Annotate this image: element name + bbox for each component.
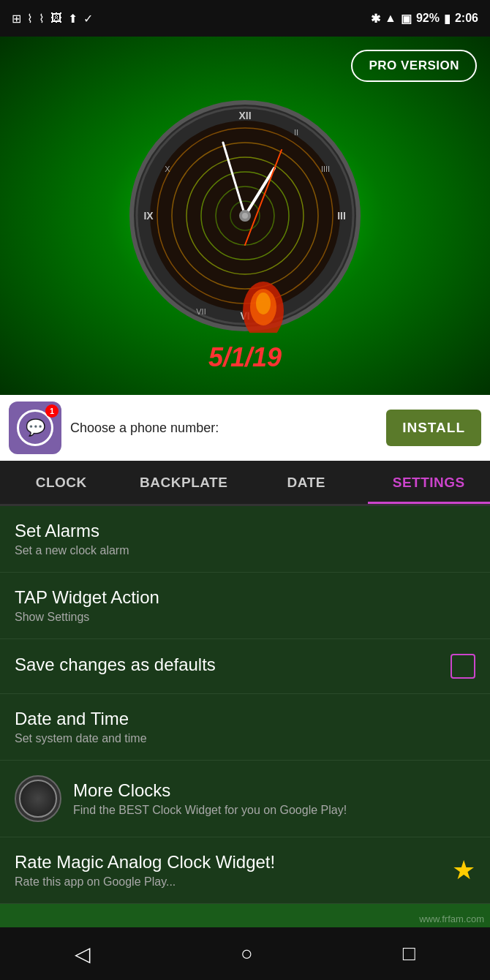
bottom-nav: ◁ ○ □ [0,927,490,980]
clock-preview: PRO VERSION XII III VI IX II IIII VII X [0,37,490,395]
svg-text:IIII: IIII [321,165,330,173]
rate-title: Rate Magic Analog Clock Widget! [15,852,275,872]
watermark: www.frfam.com [419,913,484,924]
svg-text:X: X [165,165,170,173]
clock-face: XII III VI IX II IIII VII X [128,99,362,333]
ad-logo: 💬 1 [9,402,61,454]
ad-banner[interactable]: 💬 1 Choose a phone number: INSTALL [0,395,490,461]
rate-subtitle: Rate this app on Google Play... [15,875,275,889]
clock-time: 2:06 [455,12,478,25]
alarms-title: Set Alarms [15,521,129,541]
settings-item-save-defaults[interactable]: Save changes as defaults [0,639,490,694]
install-button[interactable]: INSTALL [386,410,481,446]
signal-icon: ▣ [401,12,412,26]
tab-date[interactable]: DATE [245,461,368,504]
datetime-title: Date and Time [15,709,147,729]
svg-text:VII: VII [196,307,206,316]
alarms-subtitle: Set a new clock alarm [15,544,129,557]
ad-text: Choose a phone number: [70,421,377,436]
status-right-info: ✱ ▲ ▣ 92% ▮ 2:06 [371,12,478,26]
more-clocks-title: More Clocks [73,780,347,801]
home-button[interactable]: ○ [241,942,253,965]
more-clocks-subtitle: Find the BEST Clock Widget for you on Go… [73,804,347,817]
icon-check: ✓ [83,12,93,26]
svg-text:IX: IX [143,210,154,222]
pro-version-button[interactable]: PRO VERSION [351,50,477,82]
tab-clock[interactable]: CLOCK [0,461,123,504]
svg-point-24 [256,293,271,314]
svg-text:III: III [337,210,346,222]
bluetooth-icon: ✱ [371,12,380,26]
tap-subtitle: Show Settings [15,611,159,624]
settings-item-datetime[interactable]: Date and Time Set system date and time [0,694,490,761]
tap-title: TAP Widget Action [15,587,159,608]
icon-grid: ⊞ [12,12,21,26]
rate-star-icon: ★ [452,855,475,886]
tab-backplate[interactable]: BACKPLATE [123,461,246,504]
svg-text:II: II [294,128,298,137]
recent-apps-button[interactable]: □ [403,942,415,965]
settings-list: Set Alarms Set a new clock alarm TAP Wid… [0,506,490,904]
date-display: 5/1/19 [208,342,282,373]
status-bar: ⊞ ⌇ ⌇ 🖼 ⬆ ✓ ✱ ▲ ▣ 92% ▮ 2:06 [0,0,490,37]
battery-percent: 92% [416,12,440,25]
icon-upload: ⬆ [68,12,78,26]
icon-chart1: ⌇ [27,12,33,26]
wifi-icon: ▲ [385,12,396,25]
status-left-icons: ⊞ ⌇ ⌇ 🖼 ⬆ ✓ [12,12,93,26]
settings-item-tap[interactable]: TAP Widget Action Show Settings [0,573,490,639]
icon-image: 🖼 [50,12,62,25]
back-button[interactable]: ◁ [75,942,91,966]
ad-logo-icon: 💬 [26,418,45,437]
icon-chart2: ⌇ [39,12,45,26]
tab-bar: CLOCK BACKPLATE DATE SETTINGS [0,461,490,506]
battery-icon: ▮ [444,12,451,26]
settings-item-alarms[interactable]: Set Alarms Set a new clock alarm [0,506,490,573]
settings-item-rate[interactable]: Rate Magic Analog Clock Widget! Rate thi… [0,837,490,904]
save-defaults-checkbox[interactable] [451,654,475,679]
svg-text:XII: XII [238,110,251,121]
more-clocks-icon [15,775,61,822]
save-defaults-title: Save changes as defaults [15,655,216,675]
svg-point-21 [242,213,248,219]
ad-badge: 1 [45,404,59,418]
settings-item-more-clocks[interactable]: More Clocks Find the BEST Clock Widget f… [0,761,490,837]
tab-settings[interactable]: SETTINGS [368,461,491,504]
datetime-subtitle: Set system date and time [15,732,147,745]
